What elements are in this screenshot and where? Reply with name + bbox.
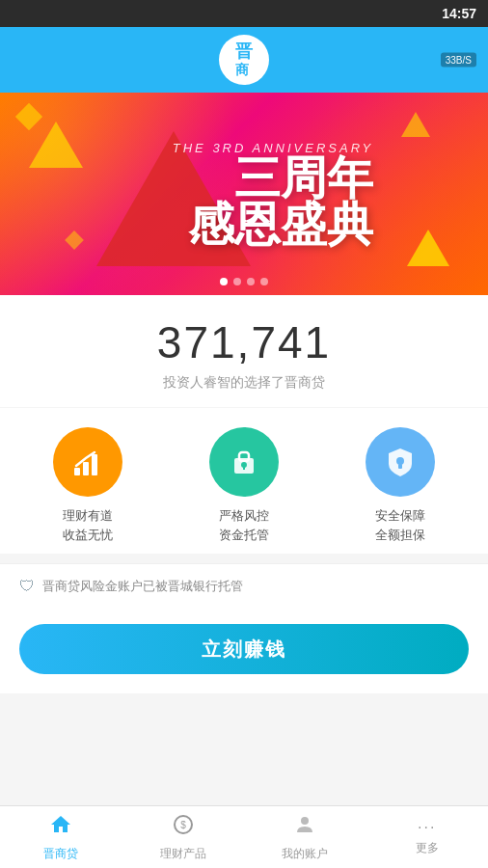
svg-text:$: $: [180, 820, 186, 830]
feature-label-1: 理财有道 收益无忧: [63, 506, 113, 544]
banner-dot-4: [260, 278, 268, 285]
notice-section: 🛡 晋商贷风险金账户已被晋城银行托管: [0, 563, 488, 609]
feature-icon-finance: [53, 427, 122, 497]
svg-rect-2: [92, 454, 97, 475]
security-icon-svg: [383, 445, 418, 479]
nav-label-more: 更多: [416, 840, 439, 856]
banner-text: THE 3RD ANNIVERSARY 三周年 感恩盛典: [173, 141, 373, 248]
finance-icon-svg: [70, 445, 105, 479]
more-icon: ···: [418, 819, 436, 836]
feature-label-3: 安全保障 全额担保: [375, 506, 425, 544]
banner-dot-2: [233, 278, 241, 285]
stats-subtitle: 投资人睿智的选择了晋商贷: [19, 374, 469, 392]
features-section: 理财有道 收益无忧 严格风控 资金托管 安全保障 全额: [0, 408, 488, 554]
feature-item-3: 安全保障 全额担保: [366, 427, 435, 544]
triangle-decoration-3: [401, 112, 430, 137]
triangle-decoration-2: [407, 230, 449, 266]
banner-dots: [220, 278, 268, 285]
svg-rect-1: [83, 462, 89, 475]
banner-title-line2: 感恩盛典: [173, 202, 373, 248]
feature-item-2: 严格风控 资金托管: [209, 427, 279, 544]
banner-dot-3: [247, 278, 255, 285]
nav-item-account[interactable]: 我的账户: [244, 806, 366, 868]
feature-icon-risk: [209, 427, 279, 497]
cta-section: 立刻赚钱: [0, 609, 488, 693]
banner-title-line1: 三周年: [173, 155, 373, 202]
status-time: 14:57: [442, 6, 476, 21]
nav-item-more[interactable]: ··· 更多: [366, 806, 489, 868]
wifi-badge: 33B/S: [441, 53, 476, 68]
triangle-decoration-1: [29, 122, 83, 168]
nav-item-products[interactable]: $ 理财产品: [122, 806, 245, 868]
notice-text: 晋商贷风险金账户已被晋城银行托管: [42, 578, 243, 595]
home-icon: [49, 813, 72, 842]
risk-icon-svg: [227, 445, 261, 479]
feature-item-1: 理财有道 收益无忧: [53, 427, 122, 544]
banner-dot-1: [220, 278, 228, 285]
app-header: 晋商 33B/S: [0, 27, 488, 93]
feature-icon-security: [366, 427, 435, 497]
account-icon: [293, 813, 316, 842]
svg-rect-0: [74, 468, 80, 475]
promo-banner[interactable]: THE 3RD ANNIVERSARY 三周年 感恩盛典: [0, 93, 488, 295]
stats-section: 371,741 投资人睿智的选择了晋商贷: [0, 295, 488, 407]
status-bar: 14:57: [0, 0, 488, 27]
bottom-nav: 晋商贷 $ 理财产品 我的账户 ··· 更多: [0, 805, 488, 868]
app-logo: 晋商: [219, 35, 269, 85]
stats-number: 371,741: [19, 316, 469, 368]
svg-point-7: [396, 457, 404, 465]
logo-text: 晋商: [235, 42, 253, 77]
feature-label-2: 严格风控 资金托管: [219, 506, 269, 544]
svg-point-11: [301, 817, 309, 825]
notice-shield-icon: 🛡: [19, 578, 35, 595]
svg-rect-8: [398, 464, 402, 469]
nav-label-home: 晋商贷: [43, 846, 78, 862]
cta-button[interactable]: 立刻赚钱: [19, 624, 469, 674]
nav-label-account: 我的账户: [282, 846, 328, 862]
nav-item-home[interactable]: 晋商贷: [0, 806, 122, 868]
products-icon: $: [172, 813, 195, 842]
nav-label-products: 理财产品: [160, 846, 206, 862]
